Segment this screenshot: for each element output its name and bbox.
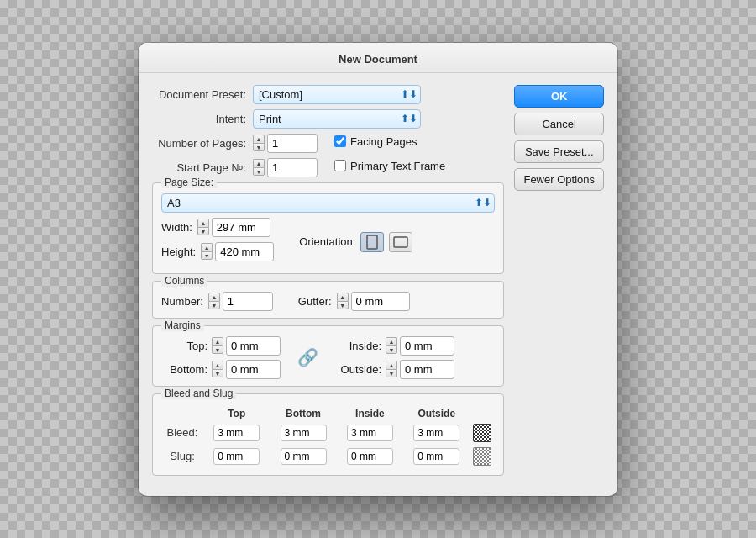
- orientation-group: Orientation:: [299, 232, 412, 252]
- col-top-header: Top: [203, 406, 270, 421]
- slug-link-icon[interactable]: [473, 447, 491, 466]
- top-label: Top:: [161, 340, 207, 352]
- gutter-label: Gutter:: [298, 295, 332, 308]
- inside-label: Inside:: [335, 340, 381, 352]
- slug-top-input[interactable]: [213, 448, 260, 465]
- bleed-inside-cell: [337, 421, 403, 445]
- inside-stepper: ▲ ▼: [386, 336, 454, 356]
- number-down[interactable]: ▼: [208, 301, 220, 309]
- bleed-inside-input[interactable]: [347, 425, 393, 441]
- width-up[interactable]: ▲: [197, 219, 209, 227]
- slug-outside-cell: [403, 445, 470, 468]
- start-page-input[interactable]: [267, 158, 318, 177]
- number-label: Number:: [161, 295, 203, 308]
- col-bottom-header: Bottom: [270, 406, 336, 421]
- fewer-options-button[interactable]: Fewer Options: [514, 168, 604, 191]
- height-down[interactable]: ▼: [201, 251, 213, 260]
- bleed-outside-cell: [403, 421, 470, 445]
- outside-stepper: ▲ ▼: [386, 360, 454, 379]
- save-preset-button[interactable]: Save Preset...: [514, 140, 604, 163]
- slug-inside-input[interactable]: [347, 448, 393, 465]
- width-stepper: ▲ ▼: [197, 218, 270, 237]
- dialog-main-content: Document Preset: [Custom] ⬆⬇ Intent: Pri…: [152, 85, 504, 483]
- number-arrows: ▲ ▼: [208, 293, 220, 309]
- num-pages-label: Number of Pages:: [152, 137, 253, 150]
- inside-down[interactable]: ▼: [386, 345, 397, 354]
- number-up[interactable]: ▲: [208, 293, 220, 301]
- top-input[interactable]: [226, 336, 281, 356]
- bottom-input[interactable]: [226, 360, 281, 379]
- portrait-button[interactable]: [360, 232, 384, 252]
- bleed-outside-input[interactable]: [413, 425, 459, 441]
- preset-select-wrapper: [Custom] ⬆⬇: [253, 85, 421, 104]
- inside-input[interactable]: [400, 336, 454, 356]
- preset-select[interactable]: [Custom]: [253, 85, 421, 104]
- margins-content: Top: ▲ ▼ Bottom:: [161, 336, 495, 379]
- outside-down[interactable]: ▼: [386, 369, 397, 377]
- num-pages-up[interactable]: ▲: [253, 134, 265, 143]
- bottom-down[interactable]: ▼: [212, 369, 223, 377]
- bleed-link-icon[interactable]: [473, 424, 491, 442]
- bleed-bottom-input[interactable]: [281, 425, 327, 441]
- top-up[interactable]: ▲: [212, 337, 223, 345]
- width-label: Width:: [161, 221, 192, 234]
- slug-outside-input[interactable]: [413, 448, 459, 465]
- number-stepper: ▲ ▼: [208, 292, 273, 311]
- height-up[interactable]: ▲: [201, 243, 213, 251]
- height-arrows: ▲ ▼: [201, 243, 213, 260]
- width-arrows: ▲ ▼: [197, 219, 209, 235]
- start-page-row: Start Page №: ▲ ▼ Primary Text Frame: [152, 158, 504, 177]
- start-page-label: Start Page №:: [152, 161, 253, 174]
- bleed-top-input[interactable]: [213, 425, 260, 441]
- bleed-slug-header-row: Top Bottom Inside Outside: [161, 406, 495, 421]
- top-down[interactable]: ▼: [212, 345, 223, 354]
- page-size-select[interactable]: A3: [161, 193, 495, 213]
- intent-select-wrapper: Print ⬆⬇: [253, 109, 421, 129]
- top-stepper: ▲ ▼: [212, 336, 281, 356]
- gutter-up[interactable]: ▲: [337, 293, 349, 301]
- facing-pages-text: Facing Pages: [350, 135, 417, 148]
- outside-input[interactable]: [400, 360, 454, 379]
- width-input[interactable]: [212, 218, 270, 237]
- bottom-margin-row: Bottom: ▲ ▼: [161, 360, 281, 379]
- facing-pages-label[interactable]: Facing Pages: [334, 135, 417, 148]
- cancel-button[interactable]: Cancel: [514, 113, 604, 135]
- bleed-slug-legend: Bleed and Slug: [161, 388, 236, 399]
- number-group: Number: ▲ ▼: [161, 292, 273, 311]
- height-input[interactable]: [215, 242, 274, 261]
- bottom-up[interactable]: ▲: [212, 361, 223, 369]
- slug-inside-cell: [337, 445, 403, 468]
- inside-up[interactable]: ▲: [386, 337, 397, 345]
- primary-text-frame-text: Primary Text Frame: [350, 160, 445, 172]
- facing-pages-container: Facing Pages: [334, 135, 417, 151]
- width-down[interactable]: ▼: [197, 227, 209, 235]
- bleed-row-label: Bleed:: [161, 421, 203, 445]
- primary-text-frame-checkbox[interactable]: [334, 160, 346, 171]
- dimensions-row: Width: ▲ ▼ Height:: [161, 218, 495, 266]
- gutter-input[interactable]: [351, 292, 410, 311]
- page-size-section: Page Size: A3 ⬆⬇: [152, 182, 504, 274]
- start-page-down[interactable]: ▼: [253, 167, 265, 176]
- bleed-slug-section: Bleed and Slug Top Bottom Inside Outside: [152, 393, 504, 476]
- chain-link-icon[interactable]: 🔗: [297, 348, 318, 367]
- primary-text-frame-label[interactable]: Primary Text Frame: [334, 160, 445, 172]
- slug-row-label: Slug:: [161, 445, 203, 468]
- landscape-button[interactable]: [389, 232, 412, 252]
- slug-bottom-input[interactable]: [281, 448, 327, 465]
- gutter-group: Gutter: ▲ ▼: [298, 292, 410, 311]
- intent-select[interactable]: Print: [253, 109, 421, 129]
- num-pages-input[interactable]: [267, 134, 318, 153]
- number-input[interactable]: [223, 292, 273, 311]
- outside-up[interactable]: ▲: [386, 361, 397, 369]
- gutter-down[interactable]: ▼: [337, 301, 349, 309]
- start-page-stepper: ▲ ▼: [253, 158, 318, 177]
- bleed-top-cell: [203, 421, 270, 445]
- facing-pages-checkbox[interactable]: [334, 135, 346, 147]
- start-page-up[interactable]: ▲: [253, 159, 265, 167]
- top-margin-row: Top: ▲ ▼: [161, 336, 281, 356]
- num-pages-down[interactable]: ▼: [253, 143, 265, 151]
- ok-button[interactable]: OK: [514, 85, 604, 108]
- columns-row: Number: ▲ ▼ Gutter:: [161, 292, 495, 311]
- margins-section: Margins Top: ▲ ▼: [152, 325, 504, 387]
- page-size-row: A3 ⬆⬇: [161, 193, 495, 213]
